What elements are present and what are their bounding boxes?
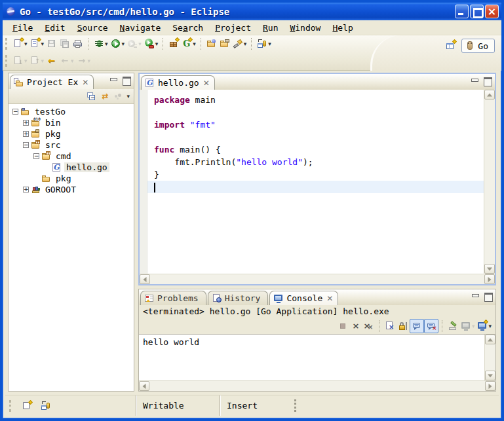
- minimize-view-icon[interactable]: [109, 76, 119, 84]
- show-stdout-button[interactable]: [410, 319, 424, 333]
- maximize-view-icon[interactable]: [483, 292, 493, 301]
- close-button[interactable]: [485, 5, 499, 18]
- scroll-down-button[interactable]: [484, 264, 495, 274]
- sync-button[interactable]: ▾: [256, 37, 273, 51]
- tree-item-hello-go[interactable]: Ghello.go: [9, 162, 134, 173]
- tab-hello-go[interactable]: G hello.go ✕: [141, 75, 215, 90]
- go-perspective-button[interactable]: Go: [461, 39, 495, 53]
- dropdown-arrow-icon[interactable]: ▾: [155, 37, 159, 51]
- code-line[interactable]: [153, 106, 484, 119]
- maximize-view-icon[interactable]: [482, 77, 492, 85]
- new-wizard-button[interactable]: ▾: [12, 37, 29, 51]
- dropdown-arrow-icon[interactable]: ▾: [193, 37, 196, 51]
- scroll-left-button[interactable]: [139, 381, 149, 391]
- collapse-all-button[interactable]: −: [85, 89, 98, 103]
- console-vertical-scrollbar[interactable]: [484, 335, 495, 380]
- trim-handle[interactable]: [9, 400, 13, 412]
- fast-view-button[interactable]: [21, 399, 34, 413]
- menu-file[interactable]: File: [7, 22, 39, 34]
- titlebar[interactable]: Go - testGo/src/cmd/hello.go - Eclipse: [3, 3, 501, 20]
- menu-search[interactable]: Search: [166, 22, 209, 34]
- expand-icon[interactable]: +: [23, 120, 29, 126]
- minimize-view-icon[interactable]: [470, 77, 480, 85]
- dropdown-arrow-icon[interactable]: ▾: [41, 37, 45, 51]
- print-button[interactable]: [71, 37, 85, 51]
- collapse-icon[interactable]: −: [23, 142, 29, 148]
- code-line[interactable]: }: [153, 168, 484, 181]
- code-line[interactable]: package main: [153, 94, 484, 106]
- view-menu-button[interactable]: ▾: [125, 89, 131, 103]
- pin-console-button[interactable]: [446, 319, 459, 333]
- close-icon[interactable]: ✕: [82, 79, 88, 86]
- dropdown-arrow-icon[interactable]: ▾: [41, 54, 45, 68]
- dropdown-arrow-icon[interactable]: ▾: [88, 54, 91, 68]
- dropdown-arrow-icon[interactable]: ▾: [24, 54, 28, 68]
- menu-run[interactable]: Run: [257, 22, 284, 34]
- open-console-button[interactable]: ▾: [476, 319, 493, 333]
- new-file-button[interactable]: ▾: [29, 37, 46, 51]
- minimize-button[interactable]: [455, 5, 469, 18]
- expand-icon[interactable]: +: [23, 131, 29, 137]
- expand-icon[interactable]: +: [23, 187, 29, 192]
- tab-project-explorer[interactable]: Project Ex ✕: [10, 75, 94, 89]
- close-icon[interactable]: ✕: [203, 79, 210, 87]
- remove-launch-button[interactable]: ×: [349, 319, 362, 333]
- dropdown-arrow-icon[interactable]: ▾: [244, 37, 247, 51]
- maximize-button[interactable]: [470, 5, 484, 18]
- code-line[interactable]: import "fmt": [153, 119, 484, 131]
- tree-item-testgo[interactable]: −testGo: [9, 106, 134, 117]
- collapse-icon[interactable]: −: [33, 153, 39, 159]
- restore-view-button[interactable]: [39, 399, 52, 413]
- scroll-left-button[interactable]: [140, 274, 150, 284]
- dropdown-arrow-icon[interactable]: ▾: [472, 319, 475, 333]
- open-perspective-button[interactable]: [444, 39, 457, 53]
- toolbar-drag-handle[interactable]: [5, 55, 9, 67]
- search-button[interactable]: ▾: [231, 37, 248, 51]
- code-area[interactable]: package mainimport "fmt"func main() { fm…: [147, 90, 484, 274]
- dropdown-arrow-icon[interactable]: ▾: [126, 89, 130, 103]
- tree-item-pkg[interactable]: pkg: [9, 173, 134, 184]
- menu-navigate[interactable]: Navigate: [114, 22, 167, 34]
- export-button[interactable]: [218, 37, 231, 51]
- console-horizontal-scrollbar[interactable]: [139, 380, 495, 391]
- menu-project[interactable]: Project: [209, 22, 257, 34]
- debug-button[interactable]: ▾: [92, 37, 109, 51]
- scroll-right-button[interactable]: [485, 381, 495, 391]
- scroll-up-button[interactable]: [485, 335, 495, 344]
- dropdown-arrow-icon[interactable]: ▾: [105, 37, 108, 51]
- menu-window[interactable]: Window: [284, 22, 326, 34]
- code-line[interactable]: fmt.Println("hello world");: [153, 156, 484, 168]
- dropdown-arrow-icon[interactable]: ▾: [24, 37, 28, 51]
- last-edit-location-button[interactable]: ←: [45, 54, 58, 68]
- clear-console-button[interactable]: ×: [383, 319, 397, 333]
- maximize-view-icon[interactable]: [121, 76, 131, 84]
- editor-horizontal-scrollbar[interactable]: [140, 274, 495, 284]
- tab-console[interactable]: Console✕: [269, 291, 338, 305]
- scroll-down-button[interactable]: [485, 371, 495, 380]
- dropdown-arrow-icon[interactable]: ▾: [488, 319, 492, 333]
- new-go-package-button[interactable]: [167, 37, 180, 51]
- code-line[interactable]: func main() {: [153, 143, 484, 156]
- tab-problems[interactable]: Problems: [140, 291, 206, 305]
- dropdown-arrow-icon[interactable]: ▾: [122, 37, 125, 51]
- new-go-wizard-button[interactable]: G▾: [180, 37, 197, 51]
- show-stderr-button[interactable]: ×: [424, 319, 438, 333]
- close-icon[interactable]: ✕: [326, 295, 333, 302]
- dropdown-arrow-icon[interactable]: ▾: [138, 37, 142, 51]
- code-line[interactable]: [147, 181, 484, 193]
- menu-help[interactable]: Help: [326, 22, 359, 34]
- tree-item-goroot[interactable]: +GOROOT: [9, 184, 134, 195]
- minimize-view-icon[interactable]: [471, 292, 480, 301]
- dropdown-arrow-icon[interactable]: ▾: [71, 54, 74, 68]
- collapse-icon[interactable]: −: [12, 109, 18, 115]
- scroll-lock-button[interactable]: [397, 319, 410, 333]
- scroll-right-button[interactable]: [484, 274, 495, 284]
- tree-item-cmd[interactable]: −cmd: [9, 151, 134, 162]
- dropdown-arrow-icon[interactable]: ▾: [268, 37, 271, 51]
- menu-edit[interactable]: Edit: [39, 22, 71, 34]
- tab-history[interactable]: History: [208, 291, 269, 305]
- scroll-up-button[interactable]: [484, 90, 495, 100]
- external-tools-button[interactable]: ▾: [143, 37, 160, 51]
- menu-source[interactable]: Source: [71, 22, 114, 34]
- toolbar-drag-handle[interactable]: [5, 38, 9, 50]
